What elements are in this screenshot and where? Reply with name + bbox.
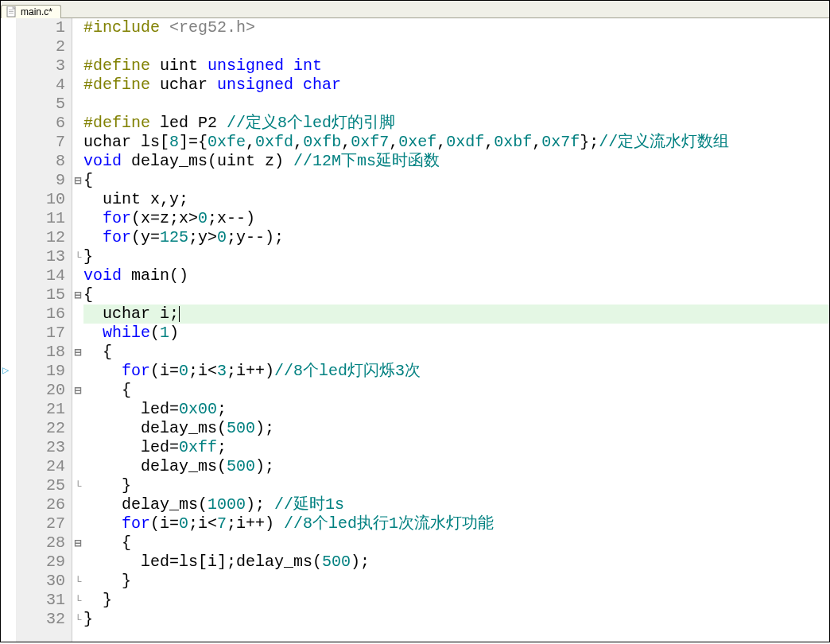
fold-mark[interactable] [72,228,83,247]
svg-rect-3 [9,13,14,14]
fold-mark[interactable] [72,305,83,324]
code-line[interactable]: delay_ms(500); [83,419,829,438]
fold-mark[interactable] [72,114,83,133]
text-cursor [179,306,180,322]
fold-mark[interactable] [72,495,83,514]
code-area[interactable]: #include <reg52.h>#define uint unsigned … [83,18,829,642]
line-number: 13 [17,247,65,266]
line-number: 25 [17,476,65,495]
code-line[interactable]: { [83,381,829,400]
fold-mark[interactable]: ⊟ [72,343,83,362]
code-line[interactable]: led=0xff; [83,438,829,457]
code-line[interactable]: for(y=125;y>0;y--); [83,228,829,247]
fold-mark[interactable] [72,362,83,381]
fold-mark[interactable]: └ [72,476,83,495]
fold-mark[interactable] [72,56,83,76]
fold-mark[interactable] [72,457,83,476]
fold-mark[interactable] [72,438,83,457]
code-line[interactable]: } [83,247,829,266]
code-line[interactable]: } [83,476,829,495]
fold-mark[interactable]: ⊟ [72,285,83,305]
line-number: 26 [17,495,65,514]
line-number-gutter[interactable]: 1234567891011121314151617181920212223242… [17,18,72,642]
code-line[interactable] [83,37,829,56]
fold-mark[interactable] [72,95,83,114]
code-line[interactable]: while(1) [83,324,829,343]
code-line[interactable]: delay_ms(1000); //延时1s [83,495,829,514]
fold-mark[interactable] [72,324,83,343]
code-line[interactable]: for(x=z;x>0;x--) [83,209,829,228]
code-line[interactable]: for(i=0;i<3;i++)//8个led灯闪烁3次 [83,362,829,381]
code-line[interactable] [83,95,829,114]
editor-area: ▷ 12345678910111213141516171819202122232… [1,18,829,642]
fold-mark[interactable] [72,133,83,152]
editor-window: main.c* ▷ 123456789101112131415161718192… [0,0,830,642]
code-line[interactable]: led=ls[i];delay_ms(500); [83,553,829,572]
fold-mark[interactable] [72,553,83,572]
line-number: 3 [17,56,65,76]
line-number: 30 [17,572,65,591]
line-number: 5 [17,95,65,114]
code-line[interactable]: #define led P2 //定义8个led灯的引脚 [83,114,829,133]
marker-margin[interactable]: ▷ [1,18,17,642]
fold-mark[interactable] [72,419,83,438]
c-file-icon [6,6,17,17]
line-number: 23 [17,438,65,457]
code-line[interactable]: uint x,y; [83,190,829,209]
code-line[interactable]: uchar ls[8]={0xfe,0xfd,0xfb,0xf7,0xef,0x… [83,133,829,152]
line-number: 14 [17,266,65,285]
bookmark-icon[interactable]: ▷ [2,365,14,376]
fold-mark[interactable] [72,76,83,95]
code-line[interactable]: led=0x00; [83,400,829,419]
fold-mark[interactable]: ⊟ [72,171,83,190]
code-line[interactable]: { [83,533,829,553]
code-line[interactable]: { [83,285,829,305]
line-number: 9 [17,171,65,190]
line-number: 2 [17,37,65,56]
line-number: 17 [17,324,65,343]
fold-mark[interactable]: └ [72,591,83,610]
line-number: 7 [17,133,65,152]
code-line[interactable]: for(i=0;i<7;i++) //8个led执行1次流水灯功能 [83,514,829,533]
code-line[interactable]: { [83,343,829,362]
code-line[interactable]: } [83,572,829,591]
fold-mark[interactable] [72,209,83,228]
code-line[interactable]: #include <reg52.h> [83,18,829,37]
line-number: 18 [17,343,65,362]
code-line[interactable]: void delay_ms(uint z) //12M下ms延时函数 [83,152,829,171]
line-number: 8 [17,152,65,171]
fold-mark[interactable]: └ [72,610,83,629]
line-number: 15 [17,285,65,305]
fold-mark[interactable] [72,266,83,285]
line-number: 11 [17,209,65,228]
file-tab[interactable]: main.c* [1,5,61,18]
fold-mark[interactable] [72,514,83,533]
line-number: 12 [17,228,65,247]
code-line[interactable]: { [83,171,829,190]
code-line[interactable]: void main() [83,266,829,285]
fold-mark[interactable]: ⊟ [72,533,83,553]
code-line[interactable]: delay_ms(500); [83,457,829,476]
line-number: 31 [17,591,65,610]
line-number: 27 [17,514,65,533]
code-line[interactable]: #define uint unsigned int [83,56,829,76]
code-line[interactable]: #define uchar unsigned char [83,76,829,95]
svg-rect-2 [9,11,14,12]
fold-mark[interactable] [72,18,83,37]
line-number: 32 [17,610,65,629]
fold-mark[interactable] [72,152,83,171]
code-line[interactable]: } [83,591,829,610]
fold-mark[interactable]: ⊟ [72,381,83,400]
fold-mark[interactable] [72,37,83,56]
fold-mark[interactable]: └ [72,247,83,266]
fold-column[interactable]: ⊟└⊟⊟⊟└⊟└└└ [72,18,83,642]
code-line[interactable]: uchar i; [83,305,829,324]
line-number: 20 [17,381,65,400]
fold-mark[interactable]: └ [72,572,83,591]
fold-mark[interactable] [72,190,83,209]
code-line[interactable]: } [83,610,829,629]
tab-filename: main.c* [21,6,52,17]
tab-bar: main.c* [1,1,829,18]
fold-mark[interactable] [72,400,83,419]
line-number: 29 [17,553,65,572]
